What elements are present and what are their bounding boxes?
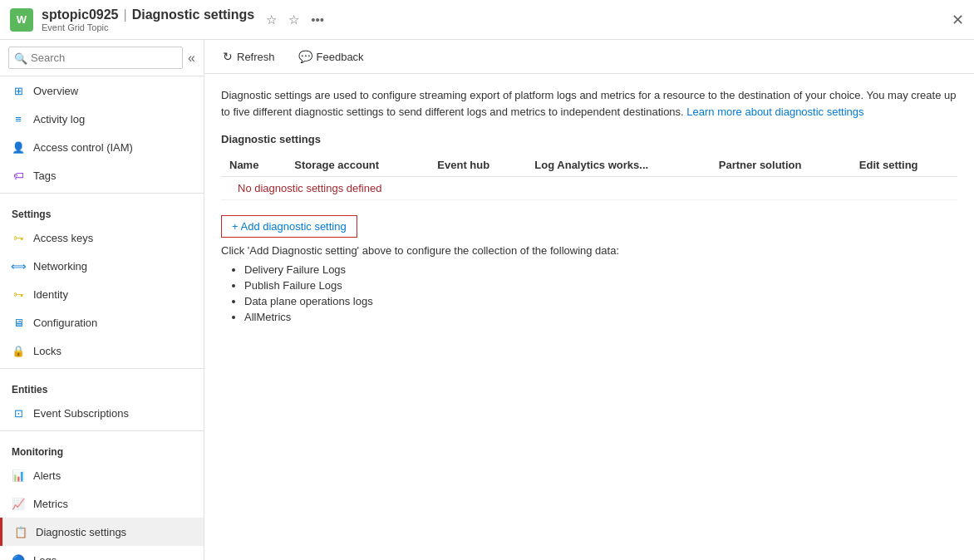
- diagnostic-settings-table: Name Storage account Event hub Log Analy…: [221, 154, 957, 200]
- sidebar-item-event-subscriptions[interactable]: ⊡ Event Subscriptions: [0, 399, 204, 427]
- entities-section-label: Entities: [0, 372, 204, 399]
- sidebar-label-tags: Tags: [33, 169, 56, 182]
- sidebar-label-activity-log: Activity log: [33, 113, 85, 125]
- resource-icon-text: W: [17, 13, 27, 26]
- sidebar-item-alerts[interactable]: 📊 Alerts: [0, 461, 204, 489]
- title-actions: ☆ ☆ •••: [263, 11, 327, 29]
- sidebar-item-logs[interactable]: 🔵 Logs: [0, 546, 204, 560]
- activity-log-icon: ≡: [12, 112, 25, 125]
- info-description: Diagnostic settings are used to configur…: [221, 87, 957, 120]
- diagnostic-settings-section-title: Diagnostic settings: [221, 133, 957, 145]
- title-bar: W sptopic0925 | Diagnostic settings Even…: [0, 0, 974, 40]
- sidebar-label-logs: Logs: [33, 554, 57, 561]
- more-options-icon[interactable]: •••: [307, 11, 327, 28]
- add-diagnostic-setting-button[interactable]: + Add diagnostic setting: [221, 215, 357, 238]
- content-body: Diagnostic settings are used to configur…: [204, 74, 974, 560]
- sidebar-label-locks: Locks: [33, 345, 61, 357]
- list-item-data-plane: Data plane operations logs: [244, 295, 957, 307]
- sidebar-label-configuration: Configuration: [33, 317, 97, 329]
- sidebar-item-identity[interactable]: 🗝 Identity: [0, 280, 204, 308]
- logs-icon: 🔵: [12, 553, 25, 560]
- diagnostic-settings-icon: 📋: [14, 525, 27, 538]
- list-item-publish: Publish Failure Logs: [244, 279, 957, 292]
- col-event-hub: Event hub: [429, 154, 526, 177]
- collection-intro-text: Click 'Add Diagnostic setting' above to …: [221, 244, 957, 257]
- resource-name: sptopic0925: [42, 7, 118, 22]
- sidebar-label-event-subscriptions: Event Subscriptions: [33, 407, 129, 420]
- col-edit: Edit setting: [851, 154, 957, 177]
- alerts-icon: 📊: [12, 469, 25, 482]
- sidebar-label-diagnostic-settings: Diagnostic settings: [36, 526, 126, 538]
- sidebar-item-diagnostic-settings[interactable]: 📋 Diagnostic settings: [0, 518, 204, 546]
- collection-list: Delivery Failure Logs Publish Failure Lo…: [221, 263, 957, 323]
- tags-icon: 🏷: [12, 169, 25, 182]
- feedback-icon: 💬: [298, 50, 312, 63]
- list-item-allmetrics: AllMetrics: [244, 311, 957, 323]
- resource-icon: W: [10, 8, 33, 32]
- metrics-icon: 📈: [12, 497, 25, 510]
- sidebar-label-metrics: Metrics: [33, 498, 68, 510]
- overview-icon: ⊞: [12, 84, 25, 97]
- sidebar-item-metrics[interactable]: 📈 Metrics: [0, 489, 204, 518]
- refresh-button[interactable]: ↻ Refresh: [218, 47, 280, 66]
- main-layout: 🔍 « ⊞ Overview ≡ Activity log 👤 Access c…: [0, 40, 974, 560]
- search-icon: 🔍: [14, 52, 27, 64]
- sidebar-collapse-button[interactable]: «: [188, 51, 195, 66]
- content-panel: ↻ Refresh 💬 Feedback Diagnostic settings…: [204, 40, 974, 560]
- feedback-label: Feedback: [317, 51, 364, 63]
- monitoring-section-label: Monitoring: [0, 435, 204, 461]
- settings-section-label: Settings: [0, 197, 204, 224]
- col-log-analytics: Log Analytics works...: [526, 154, 710, 177]
- event-subscriptions-icon: ⊡: [12, 406, 25, 420]
- sidebar-item-iam[interactable]: 👤 Access control (IAM): [0, 133, 204, 161]
- refresh-icon: ↻: [223, 50, 233, 63]
- configuration-icon: 🖥: [12, 316, 25, 329]
- col-storage: Storage account: [286, 154, 429, 177]
- close-button[interactable]: ✕: [952, 11, 964, 29]
- identity-icon: 🗝: [12, 287, 25, 301]
- divider-monitoring: [0, 430, 204, 431]
- col-name: Name: [221, 154, 286, 177]
- sidebar-item-networking[interactable]: ⟺ Networking: [0, 252, 204, 280]
- locks-icon: 🔒: [12, 344, 25, 357]
- sidebar-item-overview[interactable]: ⊞ Overview: [0, 76, 204, 105]
- sidebar-label-overview: Overview: [33, 85, 78, 97]
- title-group: sptopic0925 | Diagnostic settings Event …: [42, 7, 254, 32]
- sidebar-label-networking: Networking: [33, 260, 87, 273]
- list-item-delivery: Delivery Failure Logs: [244, 263, 957, 276]
- col-partner: Partner solution: [711, 154, 851, 177]
- sidebar-item-locks[interactable]: 🔒 Locks: [0, 336, 204, 365]
- bookmark-icon[interactable]: ☆: [285, 11, 303, 29]
- divider-entities: [0, 368, 204, 369]
- add-diagnostic-setting-label: + Add diagnostic setting: [232, 220, 347, 233]
- divider-settings: [0, 193, 204, 194]
- learn-more-link[interactable]: Learn more about diagnostic settings: [686, 106, 863, 118]
- sidebar-label-access-keys: Access keys: [33, 232, 93, 244]
- sidebar-label-alerts: Alerts: [33, 469, 61, 482]
- sidebar-label-iam: Access control (IAM): [33, 141, 133, 154]
- access-keys-icon: 🗝: [12, 231, 25, 244]
- toolbar: ↻ Refresh 💬 Feedback: [204, 40, 974, 74]
- networking-icon: ⟺: [12, 259, 25, 273]
- favorite-icon[interactable]: ☆: [263, 11, 280, 29]
- title-separator: |: [123, 7, 126, 22]
- sidebar-item-tags[interactable]: 🏷 Tags: [0, 161, 204, 189]
- sidebar-item-configuration[interactable]: 🖥 Configuration: [0, 308, 204, 336]
- search-wrap: 🔍: [8, 47, 183, 69]
- refresh-label: Refresh: [237, 51, 275, 63]
- feedback-button[interactable]: 💬 Feedback: [293, 47, 369, 66]
- no-settings-text: No diagnostic settings defined: [229, 175, 390, 201]
- sidebar-item-access-keys[interactable]: 🗝 Access keys: [0, 224, 204, 252]
- page-title: Diagnostic settings: [132, 7, 255, 22]
- sidebar-label-identity: Identity: [33, 288, 68, 301]
- no-settings-row: No diagnostic settings defined: [221, 177, 957, 200]
- sidebar: 🔍 « ⊞ Overview ≡ Activity log 👤 Access c…: [0, 40, 204, 560]
- iam-icon: 👤: [12, 140, 25, 154]
- search-input[interactable]: [8, 47, 183, 69]
- resource-type: Event Grid Topic: [42, 22, 254, 32]
- sidebar-item-activity-log[interactable]: ≡ Activity log: [0, 105, 204, 133]
